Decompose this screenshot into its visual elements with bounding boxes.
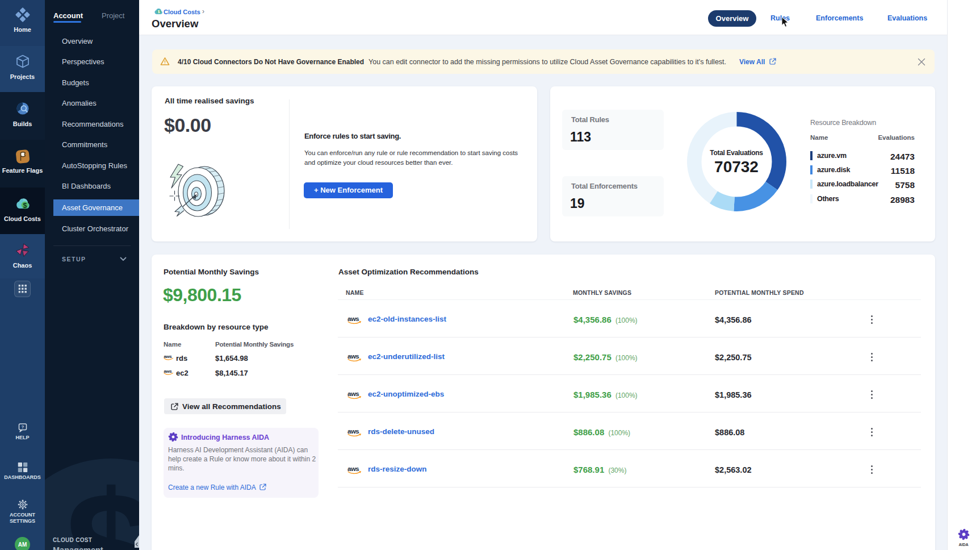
svg-text:$: $ xyxy=(23,202,27,210)
svg-text:$: $ xyxy=(158,10,160,14)
svg-text:?: ? xyxy=(21,424,24,430)
